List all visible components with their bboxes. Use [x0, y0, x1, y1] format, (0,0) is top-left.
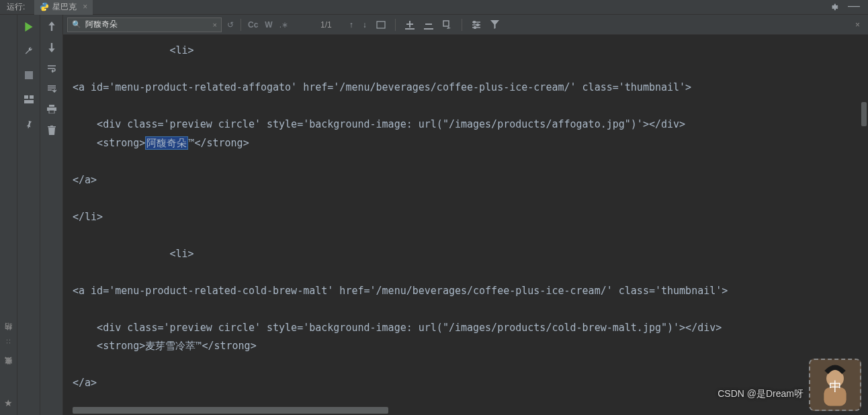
- code-line: <a id='menu-product-related-cold-brew-ma…: [73, 285, 728, 297]
- match-highlight: 阿馥奇朵: [145, 136, 188, 150]
- wrench-icon[interactable]: [24, 46, 34, 56]
- minimize-icon[interactable]: —: [848, 2, 860, 12]
- watermark: CSDN @是Dream呀 中: [718, 359, 861, 411]
- code-line: </a>: [73, 174, 97, 186]
- settings-bars-icon[interactable]: [472, 21, 481, 29]
- left-rail: ∷结构 收藏夹 ★: [0, 15, 17, 415]
- code-line: <a id='menu-product-related-affogato' hr…: [73, 81, 691, 93]
- avatar: 中: [809, 359, 861, 411]
- structure-tab[interactable]: ∷结构: [3, 336, 13, 344]
- up-arrow-icon[interactable]: [48, 21, 56, 31]
- watermark-text: CSDN @是Dream呀: [718, 385, 804, 412]
- run-toolbar: [17, 15, 40, 415]
- svg-rect-13: [443, 21, 449, 26]
- code-line: </li>: [73, 211, 103, 223]
- code-line: <strong>: [73, 137, 145, 149]
- svg-text:中: 中: [829, 379, 842, 394]
- svg-point-14: [473, 21, 475, 23]
- svg-rect-4: [30, 95, 34, 99]
- svg-rect-8: [49, 110, 54, 113]
- python-icon: [40, 2, 49, 11]
- svg-point-1: [45, 9, 46, 10]
- find-bar: 🔍 × ↺ Cc W .∗ 1/1 ↑ ↓: [63, 15, 868, 35]
- separator: [462, 19, 462, 31]
- svg-rect-6: [49, 105, 54, 107]
- layout-icon[interactable]: [24, 94, 34, 105]
- svg-rect-10: [405, 28, 415, 30]
- run-tab[interactable]: 星巴克 ×: [34, 0, 93, 15]
- find-input-wrapper[interactable]: 🔍 ×: [67, 17, 222, 32]
- tab-label: 星巴克: [52, 1, 77, 13]
- svg-rect-12: [424, 28, 433, 30]
- clear-search-icon[interactable]: ×: [213, 21, 217, 29]
- prev-match-icon[interactable]: ↑: [349, 20, 353, 30]
- console-toolbar: [40, 15, 63, 415]
- code-line: <div class='preview circle' style='backg…: [73, 322, 722, 334]
- search-icon: 🔍: [72, 20, 81, 29]
- run-play-icon[interactable]: [24, 21, 34, 32]
- scroll-end-icon[interactable]: [47, 85, 56, 93]
- soft-wrap-icon[interactable]: [47, 64, 56, 73]
- code-line: ™</strong>: [188, 137, 249, 149]
- tab-close-icon[interactable]: ×: [83, 2, 87, 11]
- down-arrow-icon[interactable]: [48, 43, 56, 52]
- result-count: 1/1: [320, 20, 332, 30]
- svg-rect-11: [425, 24, 432, 25]
- match-case-button[interactable]: Cc: [248, 20, 258, 30]
- top-bar: 运行: 星巴克 × —: [0, 0, 868, 15]
- svg-point-15: [476, 24, 478, 26]
- horizontal-scrollbar[interactable]: [73, 407, 388, 414]
- code-line: <strong>麦芽雪冷萃™</strong>: [73, 340, 257, 352]
- svg-rect-3: [24, 95, 28, 99]
- run-label: 运行:: [7, 1, 25, 13]
- code-line: <li>: [73, 44, 194, 56]
- code-line: </a>: [73, 377, 97, 389]
- select-all-icon[interactable]: [443, 20, 452, 30]
- select-window-icon[interactable]: [376, 21, 386, 29]
- add-selection-icon[interactable]: [405, 20, 415, 30]
- vertical-scrollbar[interactable]: [861, 102, 867, 126]
- console-output[interactable]: <li> <a id='menu-product-related-affogat…: [63, 35, 868, 415]
- history-icon[interactable]: ↺: [227, 20, 234, 30]
- next-match-icon[interactable]: ↓: [363, 20, 367, 30]
- separator: [395, 19, 396, 31]
- svg-point-16: [474, 26, 476, 28]
- pin-icon[interactable]: [24, 118, 34, 129]
- regex-button[interactable]: .∗: [279, 20, 288, 30]
- settings-gear-icon[interactable]: [828, 2, 838, 12]
- separator: [241, 19, 241, 31]
- words-button[interactable]: W: [265, 20, 272, 30]
- close-find-icon[interactable]: ×: [855, 20, 864, 30]
- code-line: <div class='preview circle' style='backg…: [73, 118, 685, 130]
- svg-rect-9: [377, 21, 385, 28]
- svg-rect-5: [24, 100, 34, 103]
- find-input[interactable]: [85, 20, 209, 30]
- trash-icon[interactable]: [48, 126, 56, 135]
- code-line: <li>: [73, 248, 194, 260]
- svg-rect-2: [25, 71, 33, 79]
- remove-selection-icon[interactable]: [424, 20, 433, 30]
- svg-point-0: [43, 3, 44, 4]
- bookmark-star-icon[interactable]: ★: [4, 398, 13, 408]
- print-icon[interactable]: [47, 105, 56, 113]
- filter-icon[interactable]: [490, 20, 499, 29]
- stop-icon[interactable]: [24, 70, 34, 81]
